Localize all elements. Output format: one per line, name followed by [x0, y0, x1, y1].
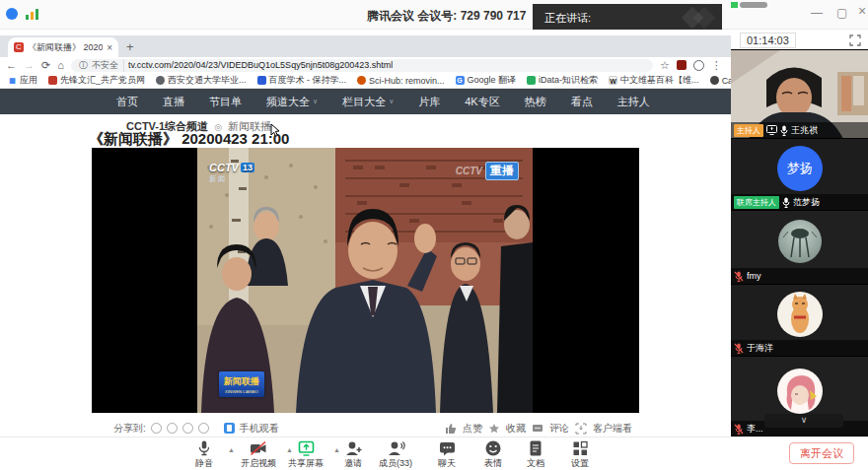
bookmark-item[interactable]: W中文维基百科【维...	[609, 74, 699, 87]
mic-muted-icon	[734, 343, 744, 354]
comment-icon[interactable]	[532, 423, 543, 435]
participant-sidebar: 主持人 王兆祺 梦扬 联席主持人 范梦扬 fmy	[731, 49, 868, 436]
settings-grid-icon	[571, 439, 589, 457]
share-qzone-icon[interactable]	[198, 423, 209, 434]
reload-icon[interactable]: ⟳	[41, 58, 50, 72]
signal-bars-icon	[26, 8, 38, 20]
client-watch-label[interactable]: 客户端看	[593, 422, 632, 436]
tencent-meeting-window: 腾讯会议 会议号: 729 790 717 正在讲话: — ▢ × 01:14:…	[0, 0, 868, 470]
participant-tile[interactable]: 主持人 王兆祺	[731, 49, 868, 138]
nav-home[interactable]: 首页	[116, 95, 138, 109]
mobile-watch-label[interactable]: 手机观看	[240, 422, 279, 436]
maximize-button[interactable]: ▢	[836, 6, 847, 20]
emoji-button[interactable]: 表情	[471, 439, 515, 470]
info-icon[interactable]: ⓘ	[79, 58, 88, 72]
participant-tile[interactable]: 于海洋	[731, 284, 868, 356]
client-download-icon[interactable]	[575, 423, 587, 435]
comment-label[interactable]: 评论	[549, 422, 569, 436]
meeting-toolbar: 静音 ▲ 开启视频 ▲ 共享屏幕 ▲ 邀请 成员(33) 聊天 表情	[0, 436, 868, 470]
participant-name: 范梦扬	[793, 196, 820, 209]
favorite-star-icon[interactable]	[488, 423, 500, 435]
pdf-extension-icon[interactable]	[677, 60, 687, 70]
shared-browser: C 《新闻联播》 20200423 21:00 × + ← → ⟳ ⌂ ⓘ 不安…	[0, 30, 731, 436]
members-button[interactable]: 成员(33)	[370, 439, 421, 470]
leave-meeting-button[interactable]: 离开会议	[789, 442, 854, 464]
participant-name: fmy	[747, 271, 761, 281]
audio-level-icon	[731, 2, 738, 8]
emoji-icon	[484, 439, 502, 457]
participant-name: 李...	[747, 423, 763, 436]
start-video-button[interactable]: 开启视频	[233, 439, 284, 470]
avatar-photo	[777, 369, 823, 414]
bookmark-item[interactable]: 百度学术 - 保持学...	[257, 74, 347, 87]
share-weibo-icon[interactable]	[167, 423, 178, 434]
mic-on-icon	[780, 125, 788, 136]
new-tab-button[interactable]: +	[126, 39, 134, 54]
share-bar: 分享到: 手机观看 点赞 收藏 评论 客户端看	[0, 420, 731, 436]
nav-library[interactable]: 片库	[418, 95, 440, 109]
nav-schedule[interactable]: 节目单	[209, 95, 242, 109]
host-badge: 主持人	[734, 124, 763, 137]
bookmark-item[interactable]: iData-知识检索	[527, 74, 598, 87]
participant-name: 王兆祺	[791, 124, 818, 137]
browser-menu-icon[interactable]: ⋮	[711, 58, 722, 72]
meeting-timer: 01:14:03	[740, 33, 796, 48]
participant-tile[interactable]: 梦扬 联席主持人 范梦扬	[731, 138, 868, 210]
share-qq-icon[interactable]	[182, 423, 193, 434]
nav-hot[interactable]: 热榜	[525, 95, 546, 109]
collapse-video-list-button[interactable]: ∨	[764, 414, 843, 428]
avatar-initials: 梦扬	[787, 160, 813, 177]
mobile-watch-icon[interactable]	[224, 423, 235, 434]
like-label[interactable]: 点赞	[463, 422, 482, 436]
mic-on-icon	[782, 197, 790, 208]
bookmark-apps[interactable]: ▦应用	[8, 74, 37, 87]
bookmark-item[interactable]: 先锋文汇_共产党员网	[48, 74, 145, 87]
cctv-watermark: CCTV	[456, 166, 482, 176]
mute-button[interactable]: 静音	[182, 439, 226, 470]
fullscreen-icon[interactable]	[849, 34, 861, 46]
nav-channels[interactable]: 频道大全∨	[266, 95, 318, 109]
browser-tab[interactable]: C 《新闻联播》 20200423 21:00 ×	[8, 37, 118, 57]
home-icon[interactable]: ⌂	[57, 58, 64, 72]
nav-columns[interactable]: 栏目大全∨	[342, 95, 394, 109]
chevron-down-icon: ∨	[313, 98, 318, 105]
mouse-cursor	[270, 123, 281, 137]
replay-badge: CCTV 重播	[456, 162, 519, 180]
profile-avatar-icon[interactable]	[693, 60, 704, 71]
docs-button[interactable]: 文档	[514, 439, 557, 470]
mic-muted-icon	[734, 424, 744, 435]
settings-button[interactable]: 设置	[558, 439, 602, 470]
app-dot-icon	[6, 8, 18, 20]
like-icon[interactable]	[445, 423, 457, 435]
nav-hosts[interactable]: 主持人	[617, 95, 650, 109]
nav-watch[interactable]: 看点	[571, 95, 593, 109]
screenshare-indicator-icon	[766, 125, 777, 135]
cctv-favicon: C	[14, 42, 24, 52]
participant-tile[interactable]: fmy	[731, 210, 868, 284]
back-icon[interactable]: ←	[6, 58, 17, 72]
bookmark-star-icon[interactable]: ☆	[660, 58, 670, 72]
favorite-label[interactable]: 收藏	[506, 422, 526, 436]
tab-close-icon[interactable]: ×	[107, 42, 112, 53]
share-screen-button[interactable]: 共享屏幕	[280, 439, 331, 470]
close-button[interactable]: ×	[858, 4, 866, 18]
invite-button[interactable]: 邀请	[331, 439, 375, 470]
bookmark-item[interactable]: Sci-Hub: removin...	[357, 76, 445, 86]
minimize-button[interactable]: —	[811, 6, 823, 20]
chat-button[interactable]: 聊天	[425, 439, 469, 470]
address-field[interactable]: ⓘ 不安全 tv.cctv.com/2020/04/23/VIDEDBuQ1oL…	[71, 59, 653, 72]
video-player[interactable]: CCTV13 新闻 CCTV 重播 新闻联播 XINWEN LIANBO	[92, 148, 639, 413]
meeting-top-bar: 腾讯会议 会议号: 729 790 717 正在讲话: — ▢ ×	[0, 0, 868, 30]
nav-live[interactable]: 直播	[163, 95, 184, 109]
forward-icon[interactable]: →	[24, 58, 35, 72]
bookmarks-bar: ▦应用 先锋文汇_共产党员网 西安交通大学毕业... 百度学术 - 保持学...…	[0, 73, 731, 89]
share-wechat-icon[interactable]	[151, 423, 162, 434]
avatar	[777, 292, 823, 337]
mic-muted-icon	[734, 271, 744, 282]
nav-4k[interactable]: 4K专区	[465, 95, 499, 109]
invite-icon	[344, 439, 363, 457]
bookmark-item[interactable]: GGoogle 翻译	[456, 74, 517, 87]
document-icon	[528, 439, 543, 457]
mic-icon	[195, 439, 213, 457]
bookmark-item[interactable]: 西安交通大学毕业...	[156, 74, 247, 87]
